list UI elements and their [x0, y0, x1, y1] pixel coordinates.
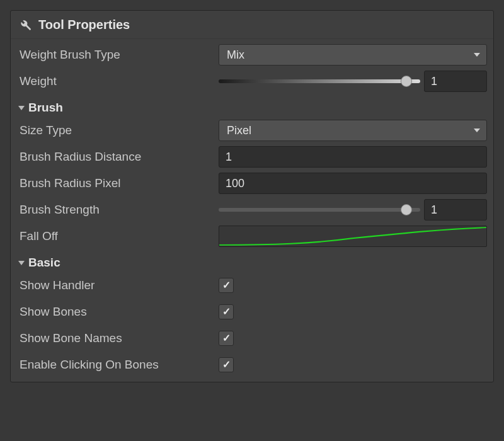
brush-radius-pixel-label: Brush Radius Pixel: [17, 176, 219, 190]
row-show-bones: Show Bones: [17, 301, 487, 323]
row-brush-strength: Brush Strength 1: [17, 199, 487, 220]
size-type-dropdown[interactable]: Pixel: [219, 120, 487, 141]
panel-body: Weight Brush Type Mix Weight 1: [11, 39, 493, 382]
slider-knob[interactable]: [401, 204, 412, 215]
weight-slider[interactable]: [219, 75, 420, 88]
row-size-type: Size Type Pixel: [17, 120, 487, 141]
brush-radius-pixel-input[interactable]: 100: [219, 173, 487, 194]
row-fall-off: Fall Off: [17, 226, 487, 247]
show-bones-checkbox[interactable]: [219, 304, 234, 319]
weight-input[interactable]: 1: [424, 71, 487, 92]
chevron-down-icon: [18, 261, 25, 265]
weight-label: Weight: [17, 74, 219, 88]
panel-header: Tool Properties: [11, 11, 493, 39]
row-show-bone-names: Show Bone Names: [17, 328, 487, 349]
brush-radius-distance-label: Brush Radius Distance: [17, 150, 219, 164]
wrench-icon: [17, 17, 32, 32]
show-bone-names-label: Show Bone Names: [17, 331, 219, 345]
row-weight: Weight 1: [17, 71, 487, 92]
fall-off-label: Fall Off: [17, 229, 219, 243]
show-bones-label: Show Bones: [17, 305, 219, 319]
panel-title: Tool Properties: [38, 18, 130, 32]
tool-properties-panel: Tool Properties Weight Brush Type Mix We…: [10, 10, 494, 382]
row-weight-brush-type: Weight Brush Type Mix: [17, 44, 487, 66]
size-type-label: Size Type: [17, 123, 219, 137]
row-show-handler: Show Handler: [17, 275, 487, 296]
brush-strength-slider[interactable]: [219, 203, 420, 216]
brush-radius-distance-input[interactable]: 1: [219, 146, 487, 168]
row-enable-clicking-on-bones: Enable Clicking On Bones: [17, 354, 487, 375]
brush-strength-label: Brush Strength: [17, 203, 219, 217]
section-brush-title: Brush: [28, 101, 63, 115]
brush-strength-input[interactable]: 1: [424, 199, 487, 220]
enable-clicking-on-bones-label: Enable Clicking On Bones: [17, 358, 219, 372]
chevron-down-icon: [18, 106, 25, 110]
slider-track: [219, 79, 420, 83]
chevron-down-icon: [474, 53, 480, 57]
weight-brush-type-label: Weight Brush Type: [17, 48, 219, 62]
slider-knob[interactable]: [401, 76, 412, 87]
slider-track: [219, 208, 420, 212]
weight-brush-type-dropdown[interactable]: Mix: [219, 44, 487, 66]
chevron-down-icon: [474, 129, 480, 132]
row-brush-radius-pixel: Brush Radius Pixel 100: [17, 173, 487, 194]
enable-clicking-on-bones-checkbox[interactable]: [219, 357, 234, 372]
section-brush[interactable]: Brush: [17, 97, 487, 115]
section-basic[interactable]: Basic: [17, 252, 487, 270]
size-type-value: Pixel: [227, 124, 251, 137]
weight-brush-type-value: Mix: [227, 49, 244, 62]
show-handler-label: Show Handler: [17, 278, 219, 292]
show-bone-names-checkbox[interactable]: [219, 331, 234, 346]
show-handler-checkbox[interactable]: [219, 278, 234, 293]
row-brush-radius-distance: Brush Radius Distance 1: [17, 146, 487, 168]
section-basic-title: Basic: [28, 256, 60, 270]
fall-off-curve[interactable]: [219, 226, 487, 247]
